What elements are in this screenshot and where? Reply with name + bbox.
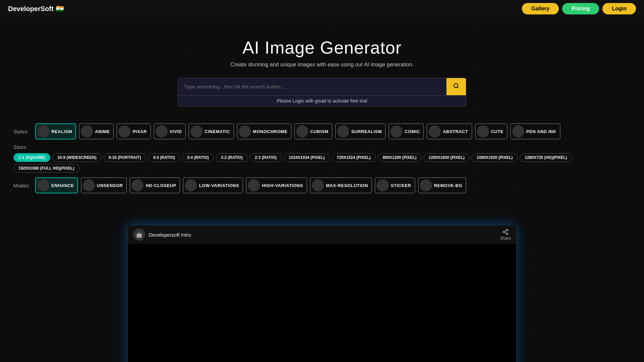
mode-chip-label-enhance: ENHANCE — [51, 183, 74, 188]
mode-chip-label-removebg: REMOVE-BG — [434, 183, 463, 188]
mode-chip-hdcloseup[interactable]: HD-CLOSEUP — [129, 177, 180, 193]
style-chip-img-comic — [390, 125, 402, 137]
mode-chip-img-sticker — [377, 179, 389, 191]
mode-chip-img-enhance — [37, 179, 49, 191]
mode-chip-label-maxres: MAX-RESOLUTION — [326, 183, 368, 188]
pricing-button[interactable]: Pricing — [562, 3, 599, 14]
style-chip-label-cinematic: CINEMATIC — [205, 129, 230, 134]
style-chip-label-penandink: PEN AND INK — [526, 129, 556, 134]
hero-section: AI Image Generator Create stunning and u… — [0, 17, 644, 117]
hero-title: AI Image Generator — [7, 38, 637, 58]
video-title-area: 🤖 Developersoft Intro — [133, 229, 191, 241]
navbar: DeveloperSoft 🇮🇳 Gallery Pricing Login — [0, 0, 644, 17]
style-chip-label-pixar: PIXAR — [132, 129, 147, 134]
nav-buttons: Gallery Pricing Login — [522, 3, 636, 14]
logo-text: DeveloperSoft — [8, 5, 54, 13]
svg-point-2 — [506, 229, 508, 231]
modes-chips: ENHANCE UNSENSOR HD-CLOSEUP LOW-VARIATIO… — [35, 177, 466, 193]
size-chip-1280x720[interactable]: 1280X720 (HD)(PIXEL) — [520, 153, 572, 162]
logo: DeveloperSoft 🇮🇳 — [8, 5, 64, 13]
size-chip-362x644[interactable]: 1080X1920 (PIXEL) — [472, 153, 518, 162]
style-chip-penandink[interactable]: PEN AND INK — [510, 123, 560, 139]
video-body[interactable] — [128, 244, 516, 362]
mode-chip-enhance[interactable]: ENHANCE — [35, 177, 78, 193]
size-chip-720x1024[interactable]: 720X1024 (PIXEL) — [332, 153, 376, 162]
size-chip-1024x1024[interactable]: 1024X1024 (PIXEL) — [284, 153, 330, 162]
style-chip-vivid[interactable]: VIVID — [154, 123, 186, 139]
search-input[interactable] — [178, 79, 446, 94]
options-section: Styles: REALISM ANIME PIXAR VIVID CINEMA… — [0, 117, 644, 205]
mode-chip-removebg[interactable]: REMOVE-BG — [418, 177, 467, 193]
style-chip-pixar[interactable]: PIXAR — [116, 123, 151, 139]
style-chip-cinematic[interactable]: CINEMATIC — [189, 123, 234, 139]
mode-chip-img-unsensor — [83, 179, 95, 191]
mode-chip-highvar[interactable]: HIGH-VARIATIONS — [246, 177, 307, 193]
modes-label: Modes: — [13, 183, 32, 188]
style-chip-img-realism — [37, 125, 49, 137]
style-chip-img-surrealism — [337, 125, 349, 137]
style-chip-anime[interactable]: ANIME — [79, 123, 114, 139]
mode-chip-label-lowvar: LOW-VARIATIONS — [199, 183, 239, 188]
size-chip-16-9[interactable]: 16:9 (WIDESCREEN) — [52, 153, 102, 162]
style-chip-abstract[interactable]: ABSTRACT — [427, 123, 472, 139]
size-chip-1200x1600[interactable]: 1200X1600 (PIXEL) — [424, 153, 470, 162]
mode-chip-lowvar[interactable]: LOW-VARIATIONS — [183, 177, 243, 193]
video-title: Developersoft Intro — [149, 232, 191, 238]
style-chip-monochrome[interactable]: MONOCHROME — [237, 123, 291, 139]
search-container: Please Login with gmail to activate free… — [178, 78, 466, 107]
share-button[interactable]: Share — [500, 229, 511, 241]
search-button[interactable] — [446, 78, 466, 95]
mode-chip-img-highvar — [248, 179, 260, 191]
style-chip-label-realism: REALISM — [51, 129, 72, 134]
style-chip-img-vivid — [156, 125, 168, 137]
style-chip-img-anime — [81, 125, 93, 137]
search-bar — [178, 78, 466, 96]
mode-chip-unsensor[interactable]: UNSENSOR — [81, 177, 127, 193]
style-chip-surrealism[interactable]: SURREALISM — [335, 123, 386, 139]
svg-line-1 — [457, 87, 458, 88]
size-chip-644x362[interactable]: 1920X1080 (FULL HD)(PIXEL) — [13, 164, 79, 173]
mode-chip-maxres[interactable]: MAX-RESOLUTION — [310, 177, 372, 193]
size-chip-3-4[interactable]: 3:4 (RATIO) — [182, 153, 214, 162]
size-chip-2-3[interactable]: 2:3 (RATIO) — [250, 153, 282, 162]
styles-chips: REALISM ANIME PIXAR VIVID CINEMATIC MONO… — [35, 123, 560, 139]
size-chip-3-2[interactable]: 3:2 (RATIO) — [216, 153, 248, 162]
styles-label: Styles: — [13, 129, 32, 134]
gallery-button[interactable]: Gallery — [522, 3, 559, 14]
size-chip-800x1200[interactable]: 800X1200 (PIXEL) — [378, 153, 422, 162]
style-chip-label-surrealism: SURREALISM — [351, 129, 382, 134]
svg-line-5 — [504, 232, 506, 233]
style-chip-cute[interactable]: CUTE — [475, 123, 507, 139]
style-chip-img-cute — [477, 125, 489, 137]
style-chip-comic[interactable]: COMIC — [388, 123, 424, 139]
mode-chip-img-maxres — [312, 179, 324, 191]
size-chip-4-3[interactable]: 4:3 (RATIO) — [148, 153, 180, 162]
style-chip-img-penandink — [512, 125, 524, 137]
style-chip-img-monochrome — [239, 125, 251, 137]
style-chip-label-cute: CUTE — [491, 129, 503, 134]
mode-chip-img-lowvar — [185, 179, 197, 191]
style-chip-label-monochrome: MONOCHROME — [253, 129, 287, 134]
style-chip-img-cubism — [296, 125, 308, 137]
search-icon — [453, 83, 459, 89]
style-chip-label-vivid: VIVID — [170, 129, 182, 134]
style-chip-img-cinematic — [191, 125, 203, 137]
style-chip-realism[interactable]: REALISM — [35, 123, 76, 139]
mode-chip-label-hdcloseup: HD-CLOSEUP — [146, 183, 176, 188]
video-section: 🤖 Developersoft Intro Share — [0, 225, 644, 362]
login-button[interactable]: Login — [602, 3, 636, 14]
login-notice: Please Login with gmail to activate free… — [178, 96, 466, 107]
modes-row: Modes: ENHANCE UNSENSOR HD-CLOSEUP LOW-V… — [13, 177, 631, 193]
mode-chip-sticker[interactable]: STICKER — [375, 177, 415, 193]
size-chip-1-1[interactable]: 1:1 (SQUARE) — [13, 153, 50, 162]
sizes-label: Sizes: — [13, 144, 32, 150]
mode-chip-label-sticker: STICKER — [391, 183, 411, 188]
size-chip-9-16[interactable]: 9:16 (PORTRAIT) — [104, 153, 146, 162]
hero-subtitle: Create stunning and unique images with e… — [7, 62, 637, 68]
style-chip-img-abstract — [429, 125, 441, 137]
style-chip-label-abstract: ABSTRACT — [443, 129, 468, 134]
svg-line-6 — [504, 230, 506, 231]
video-header: 🤖 Developersoft Intro Share — [128, 225, 516, 244]
style-chip-cubism[interactable]: CUBISM — [294, 123, 332, 139]
sizes-row: Sizes: 1:1 (SQUARE)16:9 (WIDESCREEN)9:16… — [13, 144, 631, 173]
